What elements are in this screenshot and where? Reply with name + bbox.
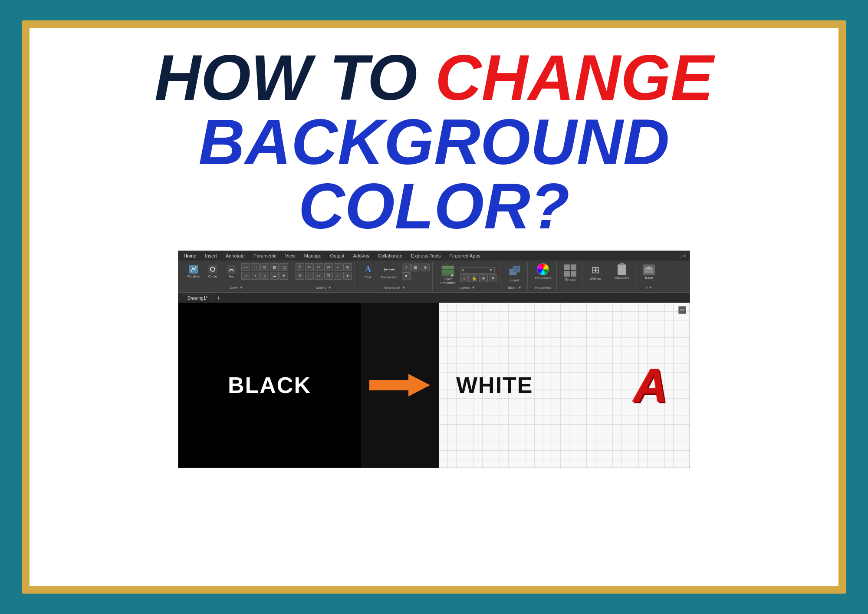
modify-section: ✛ ↻ ✂ ⇌ ⌐ ⊞ ⎘ ↔ ↦ — [293, 262, 355, 290]
more-annotation[interactable]: ▼ — [402, 272, 411, 280]
copy-tool[interactable]: ⎘ — [296, 272, 304, 280]
annotation-dropdown[interactable]: ▼ — [402, 286, 405, 290]
layer-properties-button[interactable]: LayerProperties — [437, 263, 459, 286]
array-tool[interactable]: ⊞ — [343, 263, 352, 271]
utilities-content: ⊞ Utilities — [587, 262, 604, 290]
rect-tool[interactable]: □ — [251, 263, 260, 271]
layers-label: Layers ▼ — [437, 286, 497, 290]
title-line2: BACKGROUND — [56, 110, 812, 174]
menu-addins[interactable]: Add-ins — [352, 252, 371, 259]
drawing-tab[interactable]: Drawing1* — [182, 294, 213, 302]
menu-collaborate[interactable]: Collaborate — [376, 252, 404, 259]
white-panel: WHITE A TOP — [439, 303, 690, 468]
line-tool[interactable]: — — [241, 263, 250, 271]
groups-buttons: Groups — [561, 263, 579, 283]
text-button[interactable]: A Text — [359, 263, 377, 281]
svg-marker-15 — [369, 374, 430, 396]
gs3 — [564, 271, 570, 277]
layer-dropdown[interactable]: 0 ▼ — [460, 267, 495, 274]
polyline-icon — [189, 265, 198, 274]
properties-button[interactable]: Properties — [532, 263, 554, 280]
groups-btn-label: Groups — [565, 277, 576, 281]
change-text: CHANGE — [435, 42, 713, 113]
insert-button[interactable]: Insert — [505, 263, 525, 284]
annotation-content: A Text — [359, 262, 430, 290]
circle-icon — [208, 265, 217, 274]
mirror-tool[interactable]: ⇌ — [324, 263, 333, 271]
menu-insert[interactable]: Insert — [203, 252, 219, 259]
layer-more[interactable]: ▼ — [489, 274, 497, 282]
wipeout-tool[interactable]: ▪ — [251, 272, 260, 280]
layer-name: 0 — [462, 268, 464, 272]
mark-tool[interactable]: ⊕ — [421, 264, 430, 271]
hatch-tool[interactable]: ⊠ — [260, 263, 269, 271]
circle-button[interactable]: Circle — [204, 264, 221, 280]
draw-section: Polyline Circle — [182, 262, 291, 290]
layer-color-tool[interactable]: ■ — [479, 274, 488, 282]
boundary-tool[interactable]: ◻ — [279, 263, 288, 271]
chamfer-tool[interactable]: ⌐ — [334, 272, 342, 280]
base-btn-label: Base — [645, 276, 653, 280]
offset-tool[interactable]: ⊐ — [324, 272, 333, 280]
layer-properties-label: LayerProperties — [441, 277, 455, 285]
menu-featured[interactable]: Featured Apps — [447, 252, 482, 259]
title-line3: COLOR? — [56, 174, 812, 238]
nav-top-button[interactable]: TOP — [678, 306, 686, 314]
menu-bar: Home Insert Annotate Parametric View Man… — [178, 251, 690, 261]
base-button[interactable]: Base — [640, 263, 658, 281]
text-icon: A — [365, 264, 371, 274]
revision-tool[interactable]: ☁ — [270, 272, 279, 280]
block-title-text: Block — [508, 286, 516, 290]
modify-dropdown[interactable]: ▼ — [328, 286, 332, 290]
arc-button[interactable]: Arc — [223, 264, 240, 280]
menu-output[interactable]: Output — [329, 252, 346, 259]
menu-express[interactable]: Express Tools — [409, 252, 442, 259]
svg-rect-6 — [442, 266, 454, 269]
utilities-button[interactable]: ⊞ Utilities — [587, 263, 604, 282]
clipboard-btn-label: Clipboard — [615, 276, 629, 280]
draw-small-tools: — □ ⊠ ▦ ◻ ◇ ▪ △ ☁ — [241, 263, 288, 280]
layers-section: LayerProperties 0 ▼ — [434, 262, 500, 290]
trim-tool[interactable]: ✂ — [315, 263, 323, 271]
menu-parametric[interactable]: Parametric — [252, 252, 278, 259]
menu-view[interactable]: View — [283, 252, 297, 259]
fillet-tool[interactable]: ⌐ — [334, 263, 342, 271]
svg-rect-11 — [513, 266, 520, 272]
annotation-small: ↗ ▦ ⊕ ▼ — [402, 264, 430, 280]
clipboard-button[interactable]: Clipboard — [612, 263, 632, 281]
more-draw[interactable]: ▼ — [279, 272, 288, 280]
polyline-button[interactable]: Polyline — [184, 264, 203, 280]
layer-off-tool[interactable]: ☼ — [460, 274, 469, 282]
scale-tool[interactable]: ↔ — [305, 272, 314, 280]
layer-lock-tool[interactable]: 🔒 — [470, 274, 478, 282]
black-label: BLACK — [228, 372, 311, 398]
region-tool[interactable]: ◇ — [241, 272, 250, 280]
block-dropdown[interactable]: ▼ — [518, 286, 522, 290]
rotate-tool[interactable]: ↻ — [305, 263, 314, 271]
dimension-button[interactable]: Dimension — [378, 264, 401, 281]
svg-rect-13 — [644, 269, 653, 273]
svg-rect-8 — [442, 274, 450, 276]
ribbon: Polyline Circle — [178, 261, 690, 292]
draw-tools-row2: ◇ ▪ △ ☁ ▼ — [241, 272, 288, 280]
gs4 — [571, 271, 576, 277]
layers-tools: 0 ▼ ☼ 🔒 ■ ▼ — [460, 267, 497, 282]
base-buttons: Base — [640, 263, 658, 281]
more-modify[interactable]: ▼ — [343, 272, 352, 280]
table-tool[interactable]: ▦ — [411, 264, 420, 271]
gradient-tool[interactable]: ▦ — [270, 263, 279, 271]
draw-dropdown[interactable]: ▼ — [240, 286, 243, 290]
groups-button[interactable]: Groups — [561, 263, 579, 283]
layers-dropdown[interactable]: ▼ — [471, 286, 475, 290]
menu-annotate[interactable]: Annotate — [224, 252, 247, 259]
poly3d-tool[interactable]: △ — [260, 272, 269, 280]
groups-section: Groups — [559, 262, 582, 290]
layers-row2: ☼ 🔒 ■ ▼ — [460, 274, 497, 282]
menu-home[interactable]: Home — [182, 252, 198, 259]
add-tab-button[interactable]: + — [214, 293, 223, 303]
window-controls: □ ✕ — [679, 254, 686, 258]
move-tool[interactable]: ✛ — [296, 263, 304, 271]
extend-tool[interactable]: ↦ — [315, 272, 323, 280]
menu-manage[interactable]: Manage — [302, 252, 323, 259]
leader-tool[interactable]: ↗ — [402, 264, 411, 271]
